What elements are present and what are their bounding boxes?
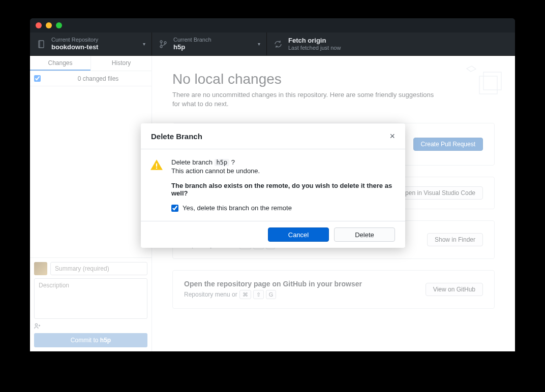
cancel-button[interactable]: Cancel [268,227,329,242]
branch-icon [159,40,167,48]
dialog-message-1: Delete branch h5p ? [171,158,395,166]
svg-point-4 [164,42,166,44]
repo-icon [37,40,45,48]
dialog-message-3: The branch also exists on the remote, do… [171,182,395,197]
svg-rect-9 [156,168,157,169]
close-window-icon[interactable] [36,22,42,28]
app-window: Current Repository bookdown-test ▾ Curre… [30,18,515,351]
chevron-down-icon: ▾ [143,41,145,47]
zoom-window-icon[interactable] [56,22,62,28]
svg-point-3 [160,46,162,48]
warning-icon [150,158,163,172]
fetch-origin-button[interactable]: Fetch origin Last fetched just now [267,32,389,55]
delete-button[interactable]: Delete [334,227,395,242]
delete-on-remote-checkbox[interactable]: Yes, delete this branch on the remote [171,204,395,212]
fetch-label: Fetch origin [288,37,341,45]
dialog-message-2: This action cannot be undone. [171,167,395,175]
current-branch-dropdown[interactable]: Current Branch h5p ▾ [152,32,267,55]
repo-value: bookdown-test [51,43,98,51]
svg-point-2 [160,41,162,43]
chevron-down-icon: ▾ [258,41,260,47]
svg-rect-8 [156,164,157,167]
repo-label: Current Repository [51,37,98,43]
fetch-sub: Last fetched just now [288,45,341,51]
sync-icon [274,40,282,48]
branch-value: h5p [173,43,211,51]
titlebar [30,18,515,32]
toolbar: Current Repository bookdown-test ▾ Curre… [30,32,515,56]
dialog-title: Delete Branch [151,132,202,141]
current-repository-dropdown[interactable]: Current Repository bookdown-test ▾ [30,32,152,55]
branch-label: Current Branch [173,37,211,43]
delete-branch-dialog: Delete Branch × Delete branch h5p ? This… [141,123,405,248]
minimize-window-icon[interactable] [46,22,52,28]
delete-on-remote-input[interactable] [171,205,178,212]
close-icon[interactable]: × [389,132,395,141]
